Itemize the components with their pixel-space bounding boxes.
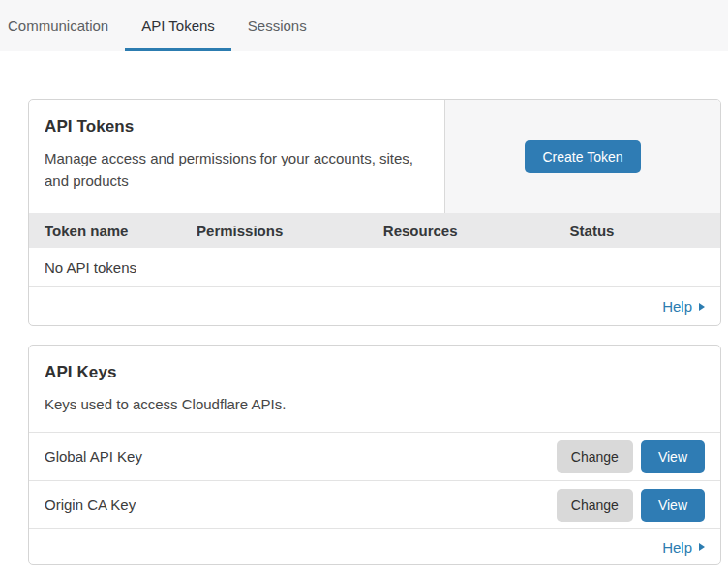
api-tokens-card: API Tokens Manage access and permissions… [28,99,721,326]
api-keys-help-link[interactable]: Help [662,539,705,556]
tab-label: Communication [8,17,108,34]
create-token-button[interactable]: Create Token [525,140,640,173]
help-arrow-icon [699,303,705,311]
tab-label: Sessions [248,17,307,34]
column-header-resources: Resources [368,213,555,248]
settings-tabbar: Communication API Tokens Sessions [0,0,728,51]
api-tokens-card-text: API Tokens Manage access and permissions… [29,100,444,213]
api-tokens-card-header: API Tokens Manage access and permissions… [29,100,720,213]
api-key-actions: Change View [557,489,705,522]
change-button-global-api-key[interactable]: Change [557,440,633,473]
column-header-token-name: Token name [29,213,181,248]
help-link-label: Help [662,539,692,556]
api-keys-card-title: API Keys [45,363,705,382]
api-keys-card: API Keys Keys used to access Cloudflare … [28,345,721,565]
api-keys-card-description: Keys used to access Cloudflare APIs. [45,393,437,415]
active-tab-underline [125,48,231,51]
api-keys-card-footer: Help [29,529,720,564]
api-tokens-help-link[interactable]: Help [662,298,705,315]
api-key-row-origin-ca: Origin CA Key Change View [29,481,720,529]
api-key-row-global: Global API Key Change View [29,433,720,481]
api-tokens-card-title: API Tokens [45,117,429,136]
column-header-permissions: Permissions [181,213,368,248]
api-tokens-table: Token name Permissions Resources Status [29,213,720,248]
api-key-label: Origin CA Key [45,497,557,513]
empty-message: No API tokens [45,259,136,276]
api-tokens-card-description: Manage access and permissions for your a… [45,147,429,192]
help-arrow-icon [699,543,705,551]
view-button-global-api-key[interactable]: View [641,440,705,473]
help-link-label: Help [662,298,692,315]
api-tokens-card-actions: Create Token [444,100,720,213]
tab-label: API Tokens [141,17,215,34]
tab-communication[interactable]: Communication [8,0,125,51]
api-key-actions: Change View [557,440,705,473]
api-key-label: Global API Key [45,448,557,465]
page-content: API Tokens Manage access and permissions… [0,51,728,565]
api-keys-card-header: API Keys Keys used to access Cloudflare … [29,346,720,433]
change-button-origin-ca-key[interactable]: Change [557,489,633,522]
api-tokens-empty-row: No API tokens [29,248,720,287]
column-header-status: Status [555,213,720,248]
view-button-origin-ca-key[interactable]: View [641,489,705,522]
tab-sessions[interactable]: Sessions [231,0,323,51]
api-tokens-card-footer: Help [29,287,720,325]
tab-api-tokens[interactable]: API Tokens [125,0,231,51]
api-tokens-table-header-row: Token name Permissions Resources Status [29,213,720,248]
